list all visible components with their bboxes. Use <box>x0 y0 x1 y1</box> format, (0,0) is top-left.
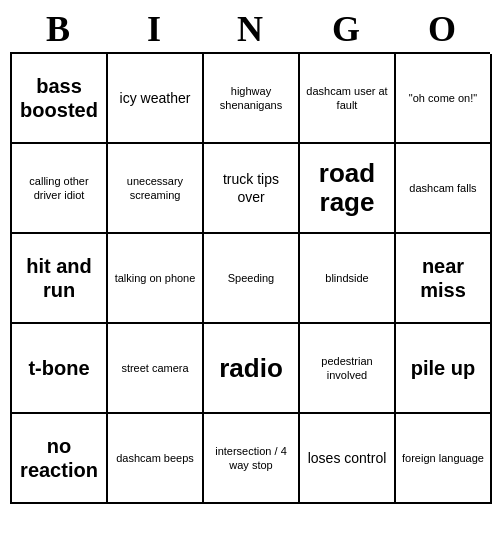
bingo-cell[interactable]: "oh come on!" <box>396 54 492 144</box>
bingo-cell[interactable]: talking on phone <box>108 234 204 324</box>
bingo-cell[interactable]: bass boosted <box>12 54 108 144</box>
bingo-cell[interactable]: intersection / 4 way stop <box>204 414 300 504</box>
bingo-cell[interactable]: near miss <box>396 234 492 324</box>
bingo-title: B I N G O <box>10 8 490 50</box>
letter-i: I <box>110 8 198 50</box>
bingo-cell[interactable]: icy weather <box>108 54 204 144</box>
bingo-cell[interactable]: pile up <box>396 324 492 414</box>
letter-g: G <box>302 8 390 50</box>
bingo-cell[interactable]: unecessary screaming <box>108 144 204 234</box>
bingo-cell[interactable]: blindside <box>300 234 396 324</box>
bingo-cell[interactable]: hit and run <box>12 234 108 324</box>
bingo-cell[interactable]: dashcam user at fault <box>300 54 396 144</box>
bingo-cell[interactable]: dashcam beeps <box>108 414 204 504</box>
bingo-cell[interactable]: dashcam falls <box>396 144 492 234</box>
bingo-cell[interactable]: no reaction <box>12 414 108 504</box>
bingo-cell[interactable]: road rage <box>300 144 396 234</box>
bingo-cell[interactable]: radio <box>204 324 300 414</box>
bingo-cell[interactable]: pedestrian involved <box>300 324 396 414</box>
bingo-cell[interactable]: foreign language <box>396 414 492 504</box>
bingo-cell[interactable]: calling other driver idiot <box>12 144 108 234</box>
bingo-cell[interactable]: street camera <box>108 324 204 414</box>
bingo-container: B I N G O bass boostedicy weatherhighway… <box>10 8 490 504</box>
bingo-cell[interactable]: truck tips over <box>204 144 300 234</box>
letter-b: B <box>14 8 102 50</box>
bingo-cell[interactable]: t-bone <box>12 324 108 414</box>
letter-n: N <box>206 8 294 50</box>
bingo-cell[interactable]: loses control <box>300 414 396 504</box>
bingo-cell[interactable]: highway shenanigans <box>204 54 300 144</box>
bingo-grid: bass boostedicy weatherhighway shenaniga… <box>10 52 490 504</box>
bingo-cell[interactable]: Speeding <box>204 234 300 324</box>
letter-o: O <box>398 8 486 50</box>
